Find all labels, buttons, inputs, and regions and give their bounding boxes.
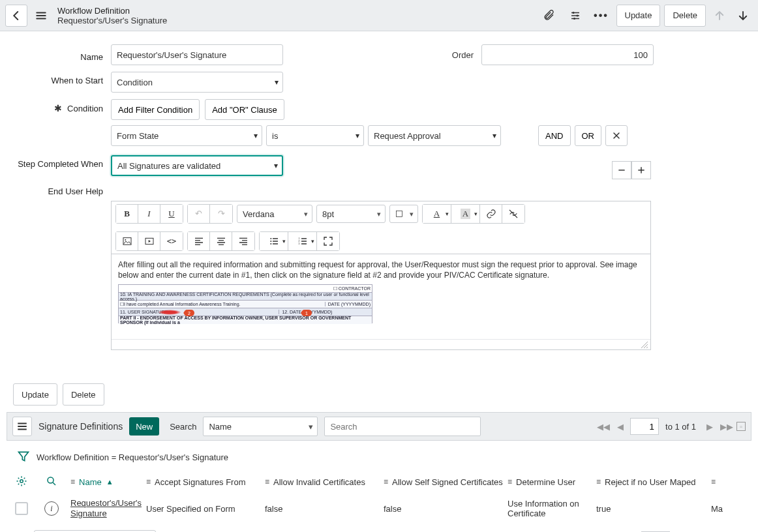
delete-button-top[interactable]: Delete [664,5,706,27]
code-button[interactable]: <> [160,232,183,250]
list-menu-button[interactable] [12,417,32,436]
align-center-button[interactable] [210,232,232,250]
col-name[interactable]: ≡ Name ▲ [67,477,142,487]
first-page-button[interactable]: ◀◀ [596,417,611,436]
font-size-select[interactable]: 8pt [316,205,386,223]
row-accept: User Specified on Form [146,504,235,514]
add-filter-button[interactable]: Add Filter Condition [111,99,200,120]
resize-icon [641,342,648,348]
back-button[interactable] [5,5,27,27]
row-name-link[interactable]: Requestor's/User's Signature [70,498,142,518]
bold-button[interactable]: B [116,205,138,223]
next-record-button[interactable] [733,10,753,22]
search-input[interactable] [324,417,481,436]
align-left-button[interactable] [188,232,210,250]
highlight-color-button[interactable]: A ▾ [451,205,480,223]
minus-icon [617,166,626,175]
editor-resize-handle[interactable] [112,339,650,349]
expand-editor-button[interactable] [631,161,651,179]
delete-button-bottom[interactable]: Delete [63,383,104,406]
name-input[interactable] [111,44,283,65]
condition-value-select[interactable]: Request Approval [368,125,501,146]
row-more: Ma [711,504,723,514]
order-input[interactable] [481,44,654,65]
svg-point-14 [48,477,53,483]
search-label: Search [170,422,196,432]
step-completed-select[interactable]: All Signatures are validated [111,155,283,176]
chevron-left-icon [10,10,22,22]
when-to-start-select[interactable]: Condition [111,72,283,93]
order-label: Order [442,50,481,60]
row-checkbox[interactable] [15,502,28,515]
collapse-icon[interactable]: ▫ [736,422,746,431]
search-field-select[interactable]: Name [203,417,318,436]
link-icon [486,209,496,219]
col-more[interactable]: ≡ [707,477,735,486]
form: Name Order When to Start Condition ✱ Con… [0,31,758,383]
page-title: Workflow Definition Requestor's/User's S… [57,6,167,25]
link-button[interactable] [480,205,502,223]
prev-record-button[interactable] [710,10,729,22]
update-button-top[interactable]: Update [616,5,661,27]
callout-2: 2 [184,310,194,316]
align-right-button[interactable] [232,232,254,250]
underline-button[interactable]: U [160,205,183,223]
table-row[interactable]: i Requestor's/User's Signature User Spec… [7,494,751,524]
dots-icon: ••• [594,10,609,22]
redo-button[interactable]: ↷ [210,205,232,223]
last-page-button[interactable]: ▶▶ [720,417,734,436]
video-button[interactable] [138,232,160,250]
settings-button[interactable] [564,5,586,27]
col-selfsigned[interactable]: ≡Allow Self Signed Certificates [380,477,504,487]
funnel-icon[interactable] [17,450,30,465]
gear-icon[interactable] [16,475,27,489]
col-reject[interactable]: ≡Reject if no User Maped [592,477,707,487]
prev-page-button[interactable]: ◀ [613,417,628,436]
number-list-button[interactable]: 123 ▾ [288,232,317,250]
add-or-button[interactable]: Add "OR" Clause [205,99,284,120]
title-line: Workflow Definition [57,6,167,16]
col-determine[interactable]: ≡Determine User [504,477,592,487]
related-list-table: ≡ Name ▲ ≡Accept Signatures From ≡Allow … [7,470,751,524]
col-invalid[interactable]: ≡Allow Invalid Certificates [261,477,380,487]
font-family-select[interactable]: Verdana [237,205,312,223]
new-button[interactable]: New [129,417,159,436]
bullet-list-button[interactable]: ▾ [260,232,288,250]
or-button[interactable]: OR [575,125,602,146]
condition-operator-select[interactable]: is [266,125,364,146]
align-right-icon [238,236,249,246]
attachment-button[interactable] [538,5,560,27]
image-button[interactable] [116,232,138,250]
editor-content[interactable]: After filling out all the required infor… [112,254,650,339]
more-button[interactable]: ••• [590,5,613,27]
info-icon[interactable]: i [44,501,59,516]
svg-point-8 [270,241,271,242]
menu-button[interactable] [31,5,51,27]
update-button-bottom[interactable]: Update [13,383,57,406]
condition-field-select[interactable]: Form State [111,125,262,146]
callout-1: 1 [301,310,312,316]
next-page-button[interactable]: ▶ [703,417,717,436]
svg-point-7 [270,238,271,239]
search-column-icon[interactable] [46,475,57,489]
and-button[interactable]: AND [538,125,570,146]
fullscreen-button[interactable] [317,232,339,250]
required-icon: ✱ [54,103,62,113]
end-user-help-label: End User Help [7,183,111,196]
svg-point-2 [573,18,575,20]
svg-point-13 [20,479,23,482]
text-color-icon: A [434,209,440,219]
table-insert-button[interactable] [389,205,418,223]
image-icon [122,236,132,246]
italic-button[interactable]: I [138,205,160,223]
remove-condition-button[interactable] [605,125,628,146]
row-invalid: false [265,504,282,514]
arrow-up-icon [714,10,725,22]
undo-button[interactable]: ↶ [188,205,210,223]
collapse-editor-button[interactable] [612,161,631,179]
text-color-button[interactable]: A ▾ [423,205,451,223]
page-input[interactable] [630,418,659,435]
unlink-button[interactable] [502,205,524,223]
filter-text: Workflow Definition = Requestor's/User's… [37,452,228,462]
col-accept[interactable]: ≡Accept Signatures From [142,477,261,487]
